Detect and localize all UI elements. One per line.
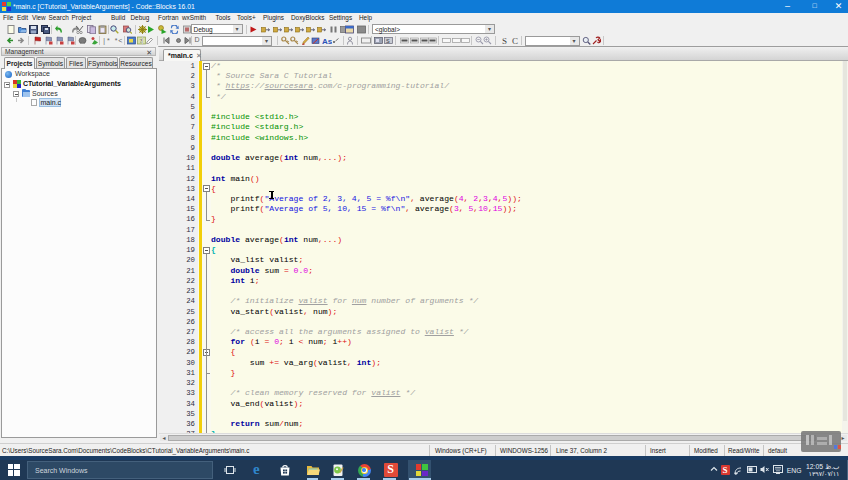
svg-text:*<: *< <box>114 37 122 45</box>
svg-text:C: C <box>512 36 518 45</box>
svg-text:As: As <box>322 37 332 46</box>
svg-text:S: S <box>386 38 390 44</box>
svg-text:|*: |* <box>102 37 110 45</box>
svg-text:S: S <box>502 36 507 45</box>
